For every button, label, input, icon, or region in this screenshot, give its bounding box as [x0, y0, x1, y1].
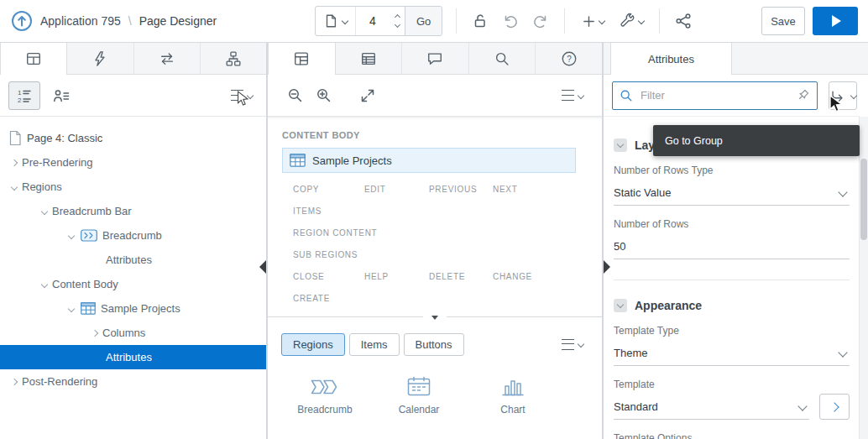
- zoom-out-button[interactable]: [281, 81, 310, 110]
- chevron-down-icon[interactable]: [64, 223, 79, 248]
- gallery-item-breadcrumb[interactable]: Breadcrumb: [278, 368, 372, 415]
- gallery-item-chart[interactable]: Chart: [466, 368, 560, 415]
- page-number-input[interactable]: [356, 13, 390, 29]
- drop-slot-region-content: REGION CONTENT: [293, 227, 576, 238]
- drop-slot-close[interactable]: CLOSE: [293, 271, 364, 282]
- filter-input[interactable]: [639, 88, 790, 102]
- chevron-down-icon: [838, 348, 847, 357]
- collapse-section-icon[interactable]: [614, 299, 627, 312]
- page-finder-button[interactable]: [316, 7, 356, 35]
- classic-report-icon: [81, 302, 96, 315]
- scrollbar-track[interactable]: [859, 117, 868, 439]
- chevron-down-icon[interactable]: [7, 175, 22, 199]
- tab-help[interactable]: ?: [536, 43, 602, 74]
- drop-slot-edit[interactable]: EDIT: [364, 184, 429, 195]
- go-button[interactable]: Go: [405, 7, 442, 35]
- field-label: Template: [614, 379, 809, 390]
- expand-layout-button[interactable]: [353, 81, 382, 110]
- collapse-section-icon[interactable]: [614, 138, 627, 152]
- tab-dynamic-actions[interactable]: [67, 43, 133, 74]
- tree-node-post-rendering[interactable]: Post-Rendering: [0, 369, 266, 394]
- tree-node-content-body[interactable]: Content Body: [0, 272, 266, 296]
- save-button[interactable]: Save: [761, 7, 805, 35]
- number-of-rows-type-select[interactable]: Static Value: [614, 180, 850, 206]
- drop-slot-copy[interactable]: COPY: [293, 184, 364, 195]
- number-of-rows-input[interactable]: 50: [614, 233, 850, 259]
- rendering-tree: Page 4: Classic Pre-Rendering Regions Br…: [0, 117, 266, 394]
- tree-node-breadcrumb-attributes[interactable]: Attributes: [0, 248, 266, 272]
- tree-node-attributes-selected[interactable]: Attributes: [0, 345, 266, 369]
- apex-logo-icon[interactable]: [11, 10, 33, 32]
- display-order-button[interactable]: 12: [8, 81, 40, 110]
- drop-slot-sub-regions[interactable]: SUB REGIONS: [293, 249, 576, 260]
- collapse-left-panel-handle[interactable]: [259, 260, 266, 274]
- tree-node-breadcrumb[interactable]: Breadcrumb: [0, 223, 266, 248]
- chevron-right-icon[interactable]: [7, 369, 22, 394]
- tab-processing[interactable]: [134, 43, 201, 74]
- run-button[interactable]: [813, 7, 858, 35]
- gallery-menu-button[interactable]: [557, 330, 588, 358]
- gallery-tab-regions[interactable]: Regions: [281, 333, 345, 356]
- drop-slot-items[interactable]: ITEMS: [293, 206, 576, 217]
- drop-slot-next[interactable]: NEXT: [493, 184, 576, 195]
- drop-slot-previous[interactable]: PREVIOUS: [429, 184, 493, 195]
- gallery-tab-buttons[interactable]: Buttons: [404, 333, 464, 356]
- tab-attributes[interactable]: Attributes: [610, 43, 732, 75]
- chevron-right-icon[interactable]: [7, 150, 22, 175]
- breadcrumb-region-icon: [81, 229, 97, 242]
- gallery-tab-items[interactable]: Items: [349, 333, 400, 356]
- collapse-right-panel-handle[interactable]: [604, 260, 610, 274]
- chevron-down-icon[interactable]: [394, 22, 400, 28]
- divider: [614, 280, 850, 280]
- chevron-up-icon[interactable]: [394, 14, 400, 20]
- zoom-in-button[interactable]: [310, 81, 338, 110]
- drop-slot-help[interactable]: HELP: [364, 271, 429, 282]
- template-select[interactable]: Standard: [614, 394, 809, 420]
- drop-slot-delete[interactable]: DELETE: [429, 271, 493, 282]
- page-designer-title: Page Designer: [139, 14, 217, 28]
- splitter-right[interactable]: [602, 43, 604, 439]
- pin-icon[interactable]: [796, 88, 810, 102]
- tab-component-view[interactable]: [336, 43, 403, 74]
- processing-order-button[interactable]: [47, 81, 76, 110]
- utilities-menu-button[interactable]: [612, 6, 651, 36]
- chevron-right-icon[interactable]: [87, 321, 102, 345]
- drop-slot-create[interactable]: CREATE: [293, 293, 576, 304]
- page-number-stepper[interactable]: [390, 15, 405, 27]
- template-detail-button[interactable]: [819, 394, 850, 420]
- tree-node-pre-rendering[interactable]: Pre-Rendering: [0, 150, 266, 175]
- menu-icon: [562, 339, 574, 350]
- tree-node-label: Pre-Rendering: [22, 156, 93, 169]
- tab-page-shared-components[interactable]: [201, 43, 266, 74]
- tab-layout[interactable]: [268, 43, 336, 75]
- tab-attributes-label: Attributes: [648, 53, 694, 65]
- gallery-item-calendar[interactable]: Calendar: [372, 368, 466, 415]
- create-menu-button[interactable]: [573, 6, 612, 36]
- chevron-down-icon[interactable]: [64, 296, 79, 321]
- gallery-item-label: Calendar: [372, 404, 466, 415]
- tree-node-page[interactable]: Page 4: Classic: [0, 126, 266, 150]
- page-lock-button[interactable]: [465, 6, 495, 36]
- tree-node-breadcrumb-bar[interactable]: Breadcrumb Bar: [0, 199, 266, 223]
- splitter-left[interactable]: [266, 43, 268, 439]
- chevron-down-icon[interactable]: [37, 199, 52, 223]
- chevron-down-icon[interactable]: [37, 272, 52, 296]
- triangle-down-icon: [431, 316, 438, 320]
- redo-button[interactable]: [526, 6, 556, 36]
- layout-menu-button[interactable]: [557, 81, 588, 110]
- shared-components-button[interactable]: [668, 6, 698, 36]
- template-type-select[interactable]: Theme: [614, 340, 850, 366]
- undo-button[interactable]: [495, 6, 526, 36]
- tree-node-sample-projects[interactable]: Sample Projects: [0, 296, 266, 321]
- application-label[interactable]: Application 795: [40, 14, 121, 28]
- scrollbar-thumb[interactable]: [860, 159, 867, 240]
- tree-node-columns[interactable]: Columns: [0, 321, 266, 345]
- tab-page-search[interactable]: [469, 43, 536, 74]
- gallery-collapse-handle[interactable]: [423, 313, 447, 321]
- drop-slot-change[interactable]: CHANGE: [493, 271, 576, 282]
- tree-node-regions[interactable]: Regions: [0, 175, 266, 199]
- tab-messages[interactable]: [402, 43, 469, 74]
- region-sample-projects[interactable]: Sample Projects: [282, 148, 576, 173]
- tab-rendering[interactable]: [0, 43, 67, 75]
- attributes-toolbar: [604, 75, 860, 117]
